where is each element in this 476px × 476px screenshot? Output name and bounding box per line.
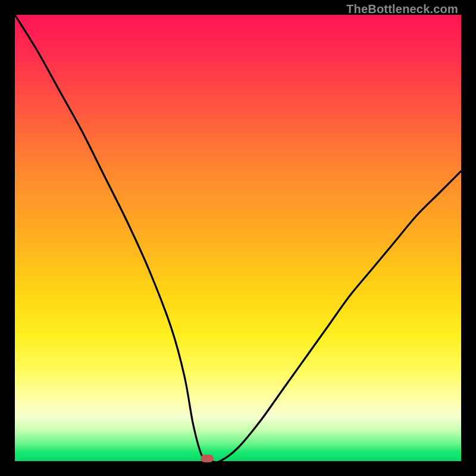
optimal-marker [201, 455, 214, 462]
plot-area [15, 15, 461, 461]
bottleneck-curve [15, 15, 461, 461]
watermark-text: TheBottleneck.com [346, 2, 458, 16]
chart-frame: TheBottleneck.com [0, 0, 476, 476]
curve-path [15, 15, 461, 461]
